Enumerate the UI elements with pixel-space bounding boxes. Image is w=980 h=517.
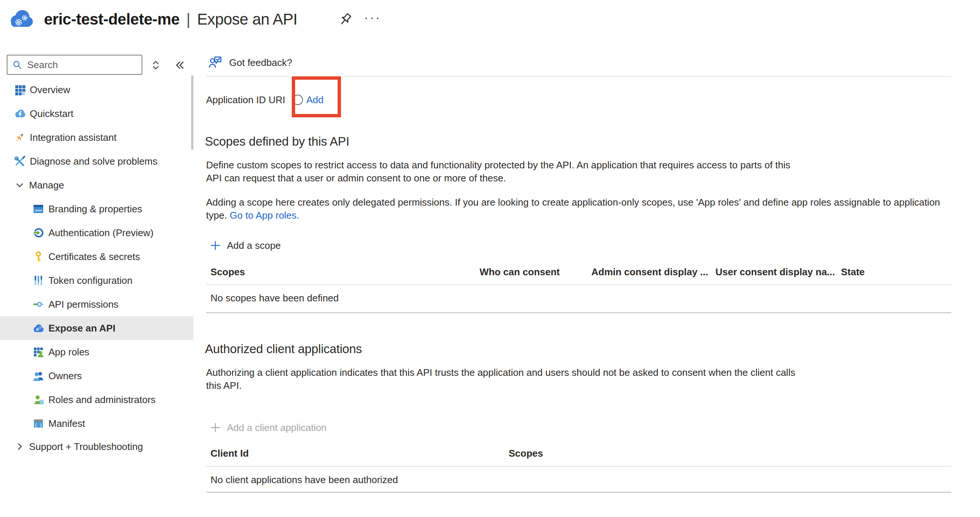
- blade-name: Expose an API: [197, 10, 298, 28]
- application-id-uri-label: Application ID URI: [206, 94, 285, 106]
- sidebar-item-label: Integration assistant: [30, 132, 117, 143]
- integration-assistant-icon: [14, 132, 25, 143]
- sidebar-item-label: App roles: [48, 346, 89, 358]
- sidebar-item-branding[interactable]: www Branding & properties: [0, 197, 193, 221]
- sidebar-item-label: Authentication (Preview): [48, 227, 154, 239]
- svg-text:{ }: { }: [35, 423, 42, 428]
- clients-section-description: Authorizing a client application indicat…: [206, 366, 795, 392]
- roles-admins-icon: [33, 394, 44, 405]
- column-header-client-scopes[interactable]: Scopes: [509, 448, 732, 459]
- app-registration-icon: [8, 6, 33, 31]
- sidebar-item-label: Overview: [30, 84, 70, 96]
- column-header-scopes[interactable]: Scopes: [206, 266, 480, 278]
- sidebar-item-expose-an-api[interactable]: Expose an API: [0, 316, 193, 340]
- certificates-icon: [33, 251, 44, 262]
- chevron-down-icon: [14, 179, 25, 191]
- scopes-section-title: Scopes defined by this API: [205, 135, 349, 149]
- app-roles-icon: [33, 346, 44, 358]
- got-feedback-button[interactable]: Got feedback?: [208, 55, 292, 70]
- sidebar-item-quickstart[interactable]: Quickstart: [0, 101, 193, 125]
- svg-text:www: www: [34, 209, 42, 213]
- add-application-id-uri-link[interactable]: Add: [306, 92, 323, 108]
- expand-collapse-all-icon[interactable]: [148, 58, 163, 73]
- plus-icon: [210, 422, 221, 433]
- sidebar-item-label: API permissions: [48, 299, 118, 310]
- page-header: eric-test-delete-me | Expose an API ···: [0, 0, 980, 41]
- api-permissions-icon: [33, 299, 44, 310]
- quickstart-icon: [14, 108, 25, 119]
- more-options-button[interactable]: ···: [362, 7, 383, 28]
- sidebar-item-label: Owners: [48, 370, 82, 382]
- add-a-client-application-button[interactable]: Add a client application: [210, 419, 326, 436]
- scopes-empty-message: No scopes have been defined: [210, 292, 339, 304]
- sidebar-item-label: Expose an API: [48, 323, 116, 334]
- expose-api-icon: [33, 323, 44, 334]
- sidebar-item-label: Token configuration: [48, 275, 132, 286]
- column-header-client-id[interactable]: Client Id: [206, 448, 509, 459]
- sidebar-item-api-permissions[interactable]: API permissions: [0, 292, 193, 316]
- branding-icon: www: [33, 203, 44, 214]
- chevron-right-icon: [14, 441, 25, 452]
- sidebar-item-app-roles[interactable]: App roles: [0, 340, 193, 364]
- search-icon: [12, 60, 22, 70]
- pin-icon[interactable]: [337, 11, 354, 28]
- application-id-uri-row: Application ID URI: [206, 92, 304, 108]
- sidebar-item-diagnose[interactable]: Diagnose and solve problems: [0, 149, 193, 173]
- clients-table-header: Client Id Scopes: [206, 448, 951, 459]
- column-header-who-can-consent[interactable]: Who can consent: [480, 266, 591, 278]
- sidebar-item-label: Branding & properties: [48, 203, 142, 215]
- column-header-user-consent[interactable]: User consent display na...: [716, 266, 841, 278]
- sidebar-item-label: Diagnose and solve problems: [30, 156, 158, 167]
- search-input[interactable]: [27, 59, 132, 71]
- sidebar-item-token-configuration[interactable]: Token configuration: [0, 268, 193, 292]
- scopes-section-description: Define custom scopes to restrict access …: [206, 159, 790, 185]
- sidebar-item-label: Quickstart: [30, 108, 73, 120]
- sidebar-item-label: Roles and administrators: [48, 394, 156, 406]
- feedback-icon: [208, 55, 223, 70]
- clients-table-divider: [206, 466, 951, 467]
- sidebar-item-authentication[interactable]: Authentication (Preview): [0, 221, 193, 245]
- manifest-icon: { }: [33, 418, 44, 429]
- sidebar-group-label: Manage: [29, 179, 64, 191]
- sidebar-item-label: Certificates & secrets: [48, 251, 140, 263]
- overview-icon: [14, 84, 25, 95]
- scopes-table-header: Scopes Who can consent Admin consent dis…: [206, 266, 951, 278]
- clients-empty-message: No client applications have been authori…: [210, 474, 398, 486]
- sidebar-group-support-troubleshooting[interactable]: Support + Troubleshooting: [0, 435, 193, 458]
- sidebar-group-manage[interactable]: Manage: [0, 173, 193, 197]
- title-separator: |: [186, 10, 191, 28]
- go-to-app-roles-link[interactable]: Go to App roles.: [230, 210, 299, 221]
- add-a-scope-button[interactable]: Add a scope: [210, 237, 281, 254]
- add-a-scope-label: Add a scope: [227, 240, 281, 251]
- clients-table-bottom-divider: [206, 492, 951, 493]
- page-title: eric-test-delete-me | Expose an API: [44, 8, 298, 31]
- sidebar-item-overview[interactable]: Overview: [0, 78, 193, 101]
- sidebar-item-manifest[interactable]: { } Manifest: [0, 412, 193, 435]
- got-feedback-label: Got feedback?: [229, 57, 292, 68]
- sidebar-item-certificates[interactable]: Certificates & secrets: [0, 245, 193, 268]
- scopes-section-note: Adding a scope here creates only delegat…: [206, 196, 940, 222]
- sidebar-item-integration-assistant[interactable]: Integration assistant: [0, 125, 193, 149]
- owners-icon: [33, 370, 44, 381]
- expose-an-api-page: eric-test-delete-me | Expose an API ···: [0, 0, 980, 517]
- column-header-admin-consent[interactable]: Admin consent display ...: [591, 266, 716, 278]
- sidebar-item-label: Manifest: [48, 418, 85, 430]
- collapse-sidebar-icon[interactable]: [172, 58, 187, 73]
- scopes-note-text: Adding a scope here creates only delegat…: [206, 197, 940, 221]
- plus-icon: [210, 240, 221, 251]
- sidebar: Overview Quickstart: [0, 48, 194, 517]
- app-name: eric-test-delete-me: [44, 10, 180, 28]
- sidebar-group-label: Support + Troubleshooting: [29, 441, 143, 452]
- clients-section-title: Authorized client applications: [205, 342, 362, 356]
- sidebar-search[interactable]: [7, 55, 142, 75]
- token-configuration-icon: [33, 275, 44, 286]
- add-a-client-application-label: Add a client application: [227, 422, 326, 434]
- info-icon[interactable]: [292, 94, 304, 106]
- scopes-table-bottom-divider: [206, 312, 951, 313]
- sidebar-item-roles-administrators[interactable]: Roles and administrators: [0, 388, 193, 412]
- column-header-state[interactable]: State: [841, 266, 951, 278]
- authentication-icon: [33, 227, 44, 238]
- header-divider: [206, 76, 951, 77]
- sidebar-item-owners[interactable]: Owners: [0, 364, 193, 388]
- scopes-table-divider: [206, 284, 951, 285]
